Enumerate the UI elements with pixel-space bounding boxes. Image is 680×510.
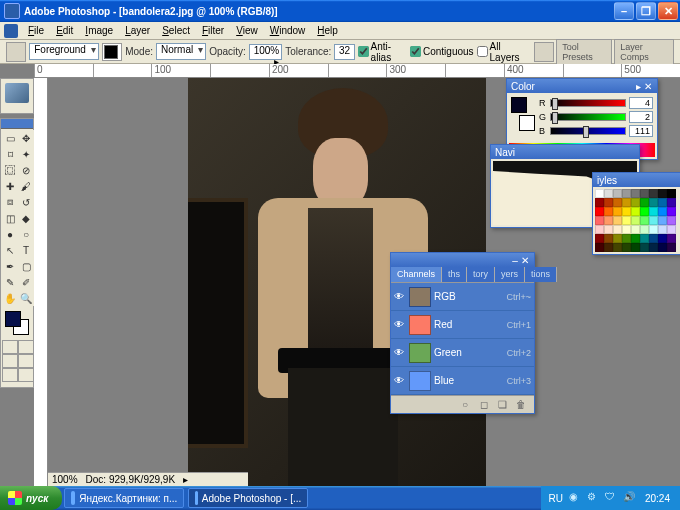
swatch[interactable] [622, 198, 631, 207]
tab-tions[interactable]: tions [525, 267, 557, 282]
swatch[interactable] [667, 216, 676, 225]
crop-tool-icon[interactable]: ⿴ [2, 162, 18, 178]
swatch[interactable] [604, 243, 613, 252]
swatch[interactable] [658, 189, 667, 198]
visibility-icon[interactable]: 👁 [394, 319, 406, 331]
color-panel-chips[interactable] [511, 97, 535, 131]
swatch[interactable] [622, 225, 631, 234]
bg-chip[interactable] [519, 115, 535, 131]
visibility-icon[interactable]: 👁 [394, 347, 406, 359]
nav-panel-titlebar[interactable]: Navi [491, 145, 639, 159]
b-slider[interactable] [550, 127, 626, 135]
slice-tool-icon[interactable]: ⊘ [18, 162, 34, 178]
channel-row-red[interactable]: 👁RedCtrl+1 [391, 311, 534, 339]
menu-view[interactable]: View [230, 23, 264, 38]
channels-titlebar[interactable]: – ✕ [391, 253, 534, 267]
swatch[interactable] [658, 234, 667, 243]
swatch[interactable] [595, 198, 604, 207]
tab-tory[interactable]: tory [467, 267, 495, 282]
g-value[interactable]: 2 [629, 111, 653, 123]
shape-tool-icon[interactable]: ▢ [18, 258, 34, 274]
panel-menu-icon[interactable]: ▸ [633, 81, 643, 91]
swatch[interactable] [658, 207, 667, 216]
status-arrow-icon[interactable]: ▸ [183, 474, 188, 485]
swatch[interactable] [595, 216, 604, 225]
menu-window[interactable]: Window [264, 23, 312, 38]
type-tool-icon[interactable]: T [18, 242, 34, 258]
wand-tool-icon[interactable]: ✦ [18, 146, 34, 162]
swatch[interactable] [613, 243, 622, 252]
taskbar-item-photoshop[interactable]: Adobe Photoshop - [... [188, 488, 308, 508]
move-tool-icon[interactable]: ✥ [18, 130, 34, 146]
path-tool-icon[interactable]: ↖ [2, 242, 18, 258]
swatch[interactable] [613, 234, 622, 243]
swatch[interactable] [667, 198, 676, 207]
eyedropper-tool-icon[interactable]: ✐ [18, 274, 34, 290]
menu-filter[interactable]: Filter [196, 23, 230, 38]
fill-select[interactable]: Foreground [29, 43, 99, 60]
quickmask-mode-icon[interactable] [18, 340, 34, 354]
tab-ths[interactable]: ths [442, 267, 467, 282]
swatch[interactable] [658, 198, 667, 207]
palette-toggle-icon[interactable] [534, 42, 554, 62]
swatch[interactable] [631, 216, 640, 225]
visibility-icon[interactable]: 👁 [394, 375, 406, 387]
swatch[interactable] [649, 225, 658, 234]
tab-channels[interactable]: Channels [391, 267, 442, 282]
swatch[interactable] [658, 225, 667, 234]
swatch[interactable] [640, 234, 649, 243]
menu-file[interactable]: File [22, 23, 50, 38]
swatch[interactable] [622, 243, 631, 252]
stamp-tool-icon[interactable]: ⧈ [2, 194, 18, 210]
swatch[interactable] [640, 225, 649, 234]
swatch[interactable] [649, 207, 658, 216]
menu-layer[interactable]: Layer [119, 23, 156, 38]
lasso-tool-icon[interactable]: ⌑ [2, 146, 18, 162]
close-button[interactable]: ✕ [658, 2, 678, 20]
notes-tool-icon[interactable]: ✎ [2, 274, 18, 290]
swatch[interactable] [667, 234, 676, 243]
tray-icon-2[interactable]: ⚙ [587, 491, 601, 505]
swatch[interactable] [649, 189, 658, 198]
pattern-swatch[interactable] [102, 43, 122, 61]
menu-help[interactable]: Help [311, 23, 344, 38]
menu-edit[interactable]: Edit [50, 23, 79, 38]
swatch[interactable] [631, 198, 640, 207]
screen-mode-2-icon[interactable] [18, 354, 34, 368]
swatch[interactable] [622, 189, 631, 198]
swatch[interactable] [667, 225, 676, 234]
start-button[interactable]: пуск [0, 486, 62, 510]
b-value[interactable]: 111 [629, 125, 653, 137]
toolbox-grip[interactable] [1, 119, 33, 129]
language-indicator[interactable]: RU [547, 493, 565, 504]
heal-tool-icon[interactable]: ✚ [2, 178, 18, 194]
swatch[interactable] [631, 207, 640, 216]
zoom-tool-icon[interactable]: 🔍 [18, 290, 34, 306]
color-panel-titlebar[interactable]: Color ▸ ✕ [507, 79, 657, 93]
swatch[interactable] [604, 234, 613, 243]
blur-tool-icon[interactable]: ● [2, 226, 18, 242]
fg-chip[interactable] [511, 97, 527, 113]
maximize-button[interactable]: ❐ [636, 2, 656, 20]
swatch[interactable] [604, 198, 613, 207]
swatch-panel-titlebar[interactable]: iyles [593, 173, 680, 187]
screen-mode-1-icon[interactable] [2, 354, 18, 368]
tolerance-input[interactable]: 32 [334, 44, 354, 60]
tool-presets-tab[interactable]: Tool Presets [556, 39, 612, 65]
screen-mode-3-icon[interactable] [2, 368, 18, 382]
delete-channel-icon[interactable]: 🗑 [516, 399, 530, 411]
swatch[interactable] [640, 216, 649, 225]
swatch[interactable] [631, 243, 640, 252]
color-chips[interactable] [3, 309, 31, 337]
swatch[interactable] [649, 234, 658, 243]
tray-icon-1[interactable]: ◉ [569, 491, 583, 505]
antialias-checkbox[interactable]: Anti-alias [358, 41, 407, 63]
swatch[interactable] [613, 207, 622, 216]
swatch[interactable] [640, 207, 649, 216]
mode-select[interactable]: Normal [156, 43, 206, 60]
swatch[interactable] [640, 189, 649, 198]
swatch[interactable] [667, 243, 676, 252]
volume-icon[interactable]: 🔊 [623, 491, 637, 505]
tab-yers[interactable]: yers [495, 267, 525, 282]
swatch[interactable] [604, 207, 613, 216]
